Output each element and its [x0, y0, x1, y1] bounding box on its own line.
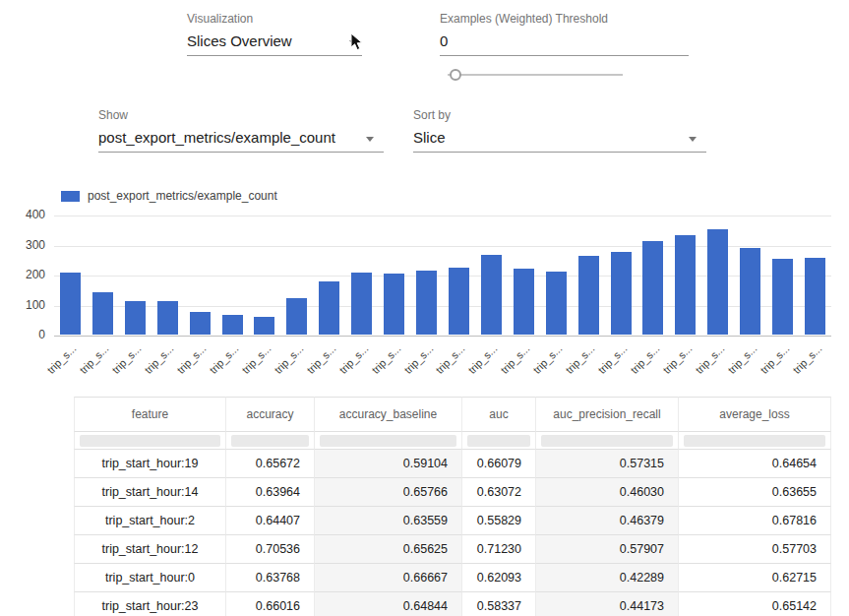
bar[interactable] — [675, 235, 696, 335]
metric-cell: 0.55829 — [462, 507, 536, 535]
chevron-down-icon[interactable] — [689, 137, 697, 142]
threshold-input[interactable]: 0 — [440, 32, 689, 56]
table-header-row: featureaccuracyaccuracy_baselineaucauc_p… — [74, 397, 831, 432]
bar[interactable] — [384, 274, 404, 335]
mouse-cursor — [350, 32, 366, 52]
column-header[interactable]: auc_precision_recall — [536, 397, 679, 432]
threshold-label: Examples (Weighted) Threshold — [440, 12, 689, 26]
metric-cell: 0.67816 — [679, 507, 831, 535]
y-axis-tick: 400 — [12, 208, 45, 221]
bar[interactable] — [481, 255, 502, 335]
metric-cell: 0.57315 — [536, 450, 679, 478]
bar[interactable] — [611, 252, 632, 335]
sort-by-select[interactable]: Sort by Slice — [413, 108, 706, 153]
slicing-metrics-view: Visualization Slices Overview Examples (… — [0, 0, 849, 616]
bar[interactable] — [740, 248, 760, 335]
metric-cell: 0.42289 — [536, 564, 679, 592]
column-header[interactable]: feature — [74, 397, 226, 432]
column-header[interactable]: accuracy_baseline — [315, 397, 462, 432]
column-header[interactable]: accuracy — [226, 397, 315, 432]
metric-cell: 0.62715 — [679, 564, 831, 592]
column-filter-input[interactable] — [80, 435, 220, 447]
column-filter-input[interactable] — [684, 435, 825, 447]
column-filter-input[interactable] — [231, 435, 309, 447]
y-axis-tick: 0 — [12, 328, 45, 341]
visualization-select[interactable]: Visualization Slices Overview — [187, 12, 362, 56]
show-metric-select[interactable]: Show post_export_metrics/example_count — [98, 108, 384, 153]
bar[interactable] — [125, 301, 146, 335]
gridline — [54, 336, 831, 337]
gridline — [54, 216, 831, 216]
y-axis-tick: 200 — [12, 268, 45, 281]
table-row: trip_start_hour:120.705360.656250.712300… — [74, 535, 831, 564]
table-row: trip_start_hour:20.644070.635590.558290.… — [74, 507, 831, 535]
legend-swatch — [61, 191, 80, 202]
metric-cell: 0.63559 — [315, 507, 462, 535]
metric-cell: 0.66667 — [315, 564, 462, 592]
threshold-slider[interactable] — [448, 68, 623, 81]
y-axis-tick: 100 — [12, 298, 45, 312]
metric-cell: 0.62093 — [462, 564, 536, 592]
feature-cell: trip_start_hour:14 — [74, 478, 226, 507]
column-header[interactable]: average_loss — [679, 397, 831, 432]
chevron-down-icon[interactable] — [366, 137, 374, 142]
table-filter-row — [74, 432, 831, 450]
column-header[interactable]: auc — [462, 397, 536, 432]
bar[interactable] — [772, 259, 793, 335]
feature-cell: trip_start_hour:12 — [74, 535, 226, 564]
metric-cell: 0.59104 — [315, 450, 462, 478]
metric-cell: 0.65625 — [315, 535, 462, 564]
metric-cell: 0.44173 — [536, 592, 679, 616]
legend-label: post_export_metrics/example_count — [88, 189, 277, 203]
y-axis-tick: 300 — [12, 238, 45, 252]
column-filter-input[interactable] — [467, 435, 530, 447]
plot-area — [54, 216, 831, 336]
bar[interactable] — [707, 229, 728, 335]
table-row: trip_start_hour:190.656720.591040.660790… — [74, 450, 831, 478]
metric-cell: 0.63964 — [226, 478, 315, 507]
sort-by-value[interactable]: Slice — [413, 129, 706, 153]
feature-cell: trip_start_hour:19 — [74, 450, 226, 478]
metric-cell: 0.64844 — [315, 592, 462, 616]
table-row: trip_start_hour:230.660160.648440.583370… — [74, 592, 831, 616]
bar[interactable] — [319, 281, 339, 335]
column-filter-input[interactable] — [541, 435, 673, 447]
bar[interactable] — [157, 301, 178, 335]
table-row: trip_start_hour:140.639640.657660.630720… — [74, 478, 831, 507]
metric-cell: 0.65766 — [315, 478, 462, 507]
threshold-field[interactable]: Examples (Weighted) Threshold 0 — [440, 12, 689, 56]
bar[interactable] — [805, 258, 825, 335]
metric-cell: 0.63655 — [679, 478, 831, 507]
bar[interactable] — [286, 298, 307, 335]
metric-cell: 0.65672 — [226, 450, 315, 478]
bar[interactable] — [642, 241, 663, 335]
bar[interactable] — [92, 292, 113, 335]
metric-cell: 0.66016 — [226, 592, 315, 616]
bar[interactable] — [514, 269, 534, 335]
table-row: trip_start_hour:00.637680.666670.620930.… — [74, 564, 831, 592]
bar[interactable] — [449, 268, 469, 335]
metric-cell: 0.46030 — [536, 478, 679, 507]
visualization-value[interactable]: Slices Overview — [187, 32, 362, 56]
bar[interactable] — [351, 273, 372, 335]
column-filter-input[interactable] — [320, 435, 456, 447]
bar[interactable] — [254, 317, 274, 335]
metric-cell: 0.57703 — [679, 535, 831, 564]
chart-legend: post_export_metrics/example_count — [61, 189, 277, 203]
feature-cell: trip_start_hour:23 — [74, 592, 226, 616]
bar[interactable] — [578, 256, 599, 335]
bar[interactable] — [222, 315, 243, 335]
slider-thumb[interactable] — [450, 69, 461, 81]
show-value[interactable]: post_export_metrics/example_count — [98, 129, 384, 153]
metric-cell: 0.63072 — [462, 478, 536, 507]
show-label: Show — [98, 108, 384, 122]
slider-track[interactable] — [448, 74, 623, 76]
metric-cell: 0.63768 — [226, 564, 315, 592]
bar[interactable] — [416, 271, 437, 335]
bar[interactable] — [190, 312, 211, 335]
metrics-table: featureaccuracyaccuracy_baselineaucauc_p… — [74, 397, 831, 616]
bar[interactable] — [60, 273, 81, 335]
sort-by-label: Sort by — [413, 108, 706, 122]
metric-cell: 0.71230 — [462, 535, 536, 564]
bar[interactable] — [546, 272, 567, 335]
